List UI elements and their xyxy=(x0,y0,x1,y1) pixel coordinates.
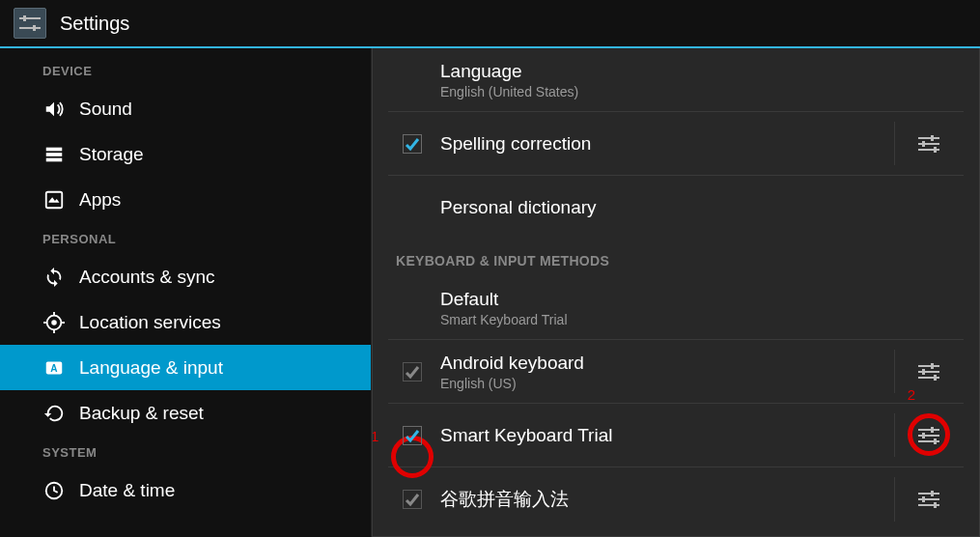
row-dictionary[interactable]: Personal dictionary xyxy=(388,176,964,240)
sidebar-item-sound[interactable]: Sound xyxy=(0,86,371,131)
sliders-icon xyxy=(916,133,941,155)
svg-rect-3 xyxy=(33,25,36,31)
sidebar-label: Date & time xyxy=(79,480,175,501)
row-spelling[interactable]: Spelling correction xyxy=(388,112,964,176)
sync-icon xyxy=(42,266,66,289)
row-title: Personal dictionary xyxy=(440,197,964,218)
sliders-icon xyxy=(916,361,941,382)
sidebar-item-language[interactable]: A Language & input xyxy=(0,345,371,390)
annotation-label-1: 1 xyxy=(372,428,378,444)
settings-icon xyxy=(14,8,46,39)
clock-icon xyxy=(42,479,66,502)
settings-button-spelling[interactable] xyxy=(894,112,964,175)
row-smart-keyboard[interactable]: 1 Smart Keyboard Trial 2 xyxy=(388,404,964,467)
svg-rect-36 xyxy=(931,491,934,496)
svg-text:A: A xyxy=(50,362,58,373)
sliders-icon xyxy=(916,425,941,446)
row-subtitle: English (United States) xyxy=(440,84,964,99)
section-personal: PERSONAL xyxy=(0,222,371,254)
settings-button-smart-keyboard[interactable]: 2 xyxy=(894,404,964,466)
svg-rect-30 xyxy=(931,427,934,433)
svg-rect-1 xyxy=(23,15,26,21)
svg-rect-34 xyxy=(934,438,937,444)
page-title: Settings xyxy=(60,13,129,35)
settings-content: Language English (United States) Spellin… xyxy=(372,48,980,537)
sidebar-label: Sound xyxy=(79,99,132,120)
svg-rect-26 xyxy=(922,369,925,375)
svg-rect-6 xyxy=(46,157,63,161)
storage-icon xyxy=(42,143,66,166)
row-subtitle: Smart Keyboard Trial xyxy=(440,312,964,327)
apps-icon xyxy=(42,188,66,212)
sidebar-item-accounts[interactable]: Accounts & sync xyxy=(0,254,371,299)
app-header: Settings xyxy=(0,0,980,46)
svg-rect-22 xyxy=(934,147,937,153)
sidebar-label: Apps xyxy=(79,189,121,211)
svg-rect-18 xyxy=(931,135,934,141)
row-title: Language xyxy=(440,61,964,82)
sliders-icon xyxy=(916,489,941,510)
svg-rect-4 xyxy=(46,147,63,151)
sidebar-item-datetime[interactable]: Date & time xyxy=(0,467,371,513)
location-icon xyxy=(42,311,66,334)
section-device: DEVICE xyxy=(0,54,371,86)
svg-point-9 xyxy=(51,320,57,325)
row-title: Smart Keyboard Trial xyxy=(440,425,894,446)
row-language[interactable]: Language English (United States) xyxy=(388,48,964,112)
speaker-icon xyxy=(42,98,66,121)
sidebar-label: Location services xyxy=(79,312,221,333)
sidebar-label: Accounts & sync xyxy=(79,267,214,288)
sidebar-item-apps[interactable]: Apps xyxy=(0,177,371,222)
sidebar-label: Language & input xyxy=(79,357,223,379)
row-subtitle: English (US) xyxy=(440,376,894,391)
row-google-pinyin[interactable]: 谷歌拼音输入法 xyxy=(388,467,964,531)
section-system: SYSTEM xyxy=(0,436,371,467)
settings-button-google-pinyin[interactable] xyxy=(894,467,964,531)
svg-rect-24 xyxy=(931,363,934,369)
settings-button-android-keyboard[interactable] xyxy=(894,340,964,403)
svg-rect-32 xyxy=(922,433,925,438)
sidebar-item-storage[interactable]: Storage xyxy=(0,131,371,177)
checkbox-android-keyboard xyxy=(403,362,422,382)
svg-rect-40 xyxy=(934,502,937,508)
row-title: 谷歌拼音输入法 xyxy=(440,487,894,512)
svg-rect-20 xyxy=(922,141,925,147)
svg-rect-38 xyxy=(922,496,925,502)
settings-sidebar: DEVICE Sound Storage Apps PERSONAL Accou xyxy=(0,48,372,537)
row-default-ime[interactable]: Default Smart Keyboard Trial xyxy=(388,276,964,340)
sidebar-label: Storage xyxy=(79,144,144,165)
section-keyboard: KEYBOARD & INPUT METHODS xyxy=(388,240,964,276)
checkbox-spelling[interactable] xyxy=(403,134,422,154)
row-title: Default xyxy=(440,289,964,310)
row-title: Spelling correction xyxy=(440,133,894,155)
checkbox-google-pinyin xyxy=(403,490,422,509)
keyboard-a-icon: A xyxy=(42,356,66,380)
svg-rect-28 xyxy=(934,375,937,381)
backup-icon xyxy=(42,402,66,425)
sidebar-item-location[interactable]: Location services xyxy=(0,299,371,345)
row-title: Android keyboard xyxy=(440,353,894,374)
checkbox-smart-keyboard[interactable] xyxy=(403,426,422,445)
sidebar-label: Backup & reset xyxy=(79,403,204,424)
sidebar-item-backup[interactable]: Backup & reset xyxy=(0,390,371,436)
row-android-keyboard[interactable]: Android keyboard English (US) xyxy=(388,340,964,404)
svg-rect-5 xyxy=(46,153,63,156)
